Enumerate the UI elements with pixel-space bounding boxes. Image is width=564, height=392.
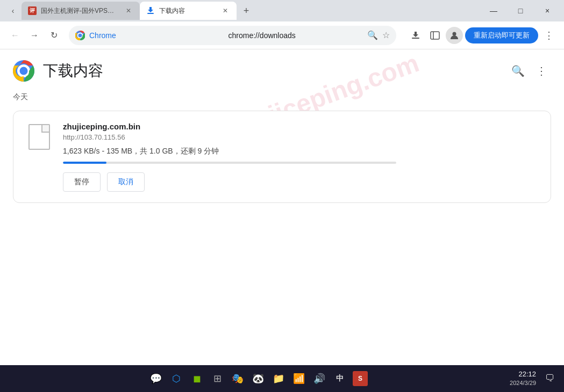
tab-scroll-left[interactable]: ‹ xyxy=(4,2,22,19)
download-actions: 暂停 取消 xyxy=(63,172,538,192)
taskbar-volume[interactable]: 🔊 xyxy=(312,371,327,386)
tab-favicon-download xyxy=(146,6,155,15)
date-display: 2024/3/29 xyxy=(510,379,536,387)
file-icon-wrap xyxy=(26,122,52,150)
new-tab-button[interactable]: + xyxy=(239,3,254,18)
more-icon-btn[interactable]: ⋮ xyxy=(532,61,551,81)
tab-favicon-inactive: 评 xyxy=(28,6,37,15)
section-label: 今天 xyxy=(0,88,564,106)
pause-button[interactable]: 暂停 xyxy=(63,172,101,192)
search-icon-btn[interactable]: 🔍 xyxy=(508,61,527,81)
download-status: 1,623 KB/s - 135 MB，共 1.0 GB，还剩 9 分钟 xyxy=(63,147,538,156)
svg-point-3 xyxy=(78,33,82,37)
taskbar-icon5[interactable]: 🎭 xyxy=(230,371,245,386)
toolbar-right: 重新启动即可更新 ⋮ xyxy=(407,27,558,44)
taskbar-slides[interactable]: S xyxy=(353,371,368,386)
taskbar-wechat[interactable]: 💬 xyxy=(148,371,163,386)
taskbar: 💬 ⬡ ◼ ⊞ 🎭 🐼 📁 📶 🔊 中 S 22:12 2024/3/29 🗨 xyxy=(0,365,564,392)
back-button[interactable]: ← xyxy=(6,27,24,44)
url-bar[interactable]: Chrome chrome://downloads 🔍 ☆ xyxy=(69,26,396,45)
taskbar-bluetooth[interactable]: ⬡ xyxy=(169,371,184,386)
title-bar: ‹ 评 国外主机测评-国外VPS、国... ✕ 下载内容 ✕ + — □ × xyxy=(0,0,564,21)
taskbar-ime[interactable]: 中 xyxy=(332,371,347,386)
download-info: zhujiceping.com.bin http://103.70.115.56… xyxy=(63,122,538,192)
tab-active[interactable]: 下载内容 ✕ xyxy=(140,2,237,20)
tab-inactive-title: 国外主机测评-国外VPS、国... xyxy=(41,6,119,16)
notification-icon[interactable]: 🗨 xyxy=(542,371,558,386)
chrome-logo-large xyxy=(13,60,34,82)
page-title: 下载内容 xyxy=(43,61,499,81)
url-search-icon: 🔍 xyxy=(367,30,378,40)
maximize-button[interactable]: □ xyxy=(508,0,533,21)
page-content: zhujiceping.com 下载内容 🔍 ⋮ 今天 zhujiceping.… xyxy=(0,49,564,365)
chrome-logo-small xyxy=(75,31,85,40)
taskbar-nvidia[interactable]: ◼ xyxy=(189,371,204,386)
download-icon-btn[interactable] xyxy=(407,27,424,44)
progress-bar xyxy=(63,162,396,164)
address-bar: ← → ↻ Chrome chrome://downloads 🔍 ☆ 重新启动… xyxy=(0,21,564,49)
tab-active-close[interactable]: ✕ xyxy=(220,6,230,16)
window-controls: — □ × xyxy=(481,0,560,21)
taskbar-wifi[interactable]: 📶 xyxy=(291,371,306,386)
taskbar-apps[interactable]: ⊞ xyxy=(210,371,225,386)
svg-rect-0 xyxy=(147,13,154,14)
url-display: chrome://downloads xyxy=(229,31,363,40)
taskbar-icons: 💬 ⬡ ◼ ⊞ 🎭 🐼 📁 📶 🔊 中 S xyxy=(6,371,510,386)
url-star-icon[interactable]: ☆ xyxy=(382,30,390,40)
tab-inactive[interactable]: 评 国外主机测评-国外VPS、国... ✕ xyxy=(22,2,140,20)
reload-button[interactable]: ↻ xyxy=(45,27,62,44)
close-button[interactable]: × xyxy=(535,0,560,21)
header-icons: 🔍 ⋮ xyxy=(508,61,551,81)
menu-icon-btn[interactable]: ⋮ xyxy=(540,27,558,44)
cancel-button[interactable]: 取消 xyxy=(107,172,145,192)
taskbar-icon6[interactable]: 🐼 xyxy=(251,371,266,386)
svg-rect-4 xyxy=(412,38,419,39)
page-header: 下载内容 🔍 ⋮ xyxy=(0,49,564,88)
download-card: zhujiceping.com.bin http://103.70.115.56… xyxy=(13,111,551,203)
download-filename: zhujiceping.com.bin xyxy=(63,122,538,131)
tab-inactive-close[interactable]: ✕ xyxy=(124,6,133,16)
file-icon xyxy=(28,124,50,150)
svg-rect-5 xyxy=(431,32,439,39)
profile-icon-btn[interactable] xyxy=(446,27,463,44)
svg-point-7 xyxy=(453,32,456,35)
taskbar-right: 22:12 2024/3/29 🗨 xyxy=(510,369,558,388)
chrome-brand: Chrome xyxy=(89,31,224,40)
progress-bar-fill xyxy=(63,162,106,164)
download-url: http://103.70.115.56 xyxy=(63,133,538,141)
taskbar-time: 22:12 2024/3/29 xyxy=(510,369,536,388)
svg-point-10 xyxy=(20,67,28,75)
taskbar-folder[interactable]: 📁 xyxy=(271,371,286,386)
minimize-button[interactable]: — xyxy=(481,0,506,21)
time-display: 22:12 xyxy=(510,369,536,379)
sidebar-icon-btn[interactable] xyxy=(426,27,444,44)
tab-active-title: 下载内容 xyxy=(159,6,216,16)
forward-button[interactable]: → xyxy=(26,27,43,44)
update-button[interactable]: 重新启动即可更新 xyxy=(465,27,538,43)
